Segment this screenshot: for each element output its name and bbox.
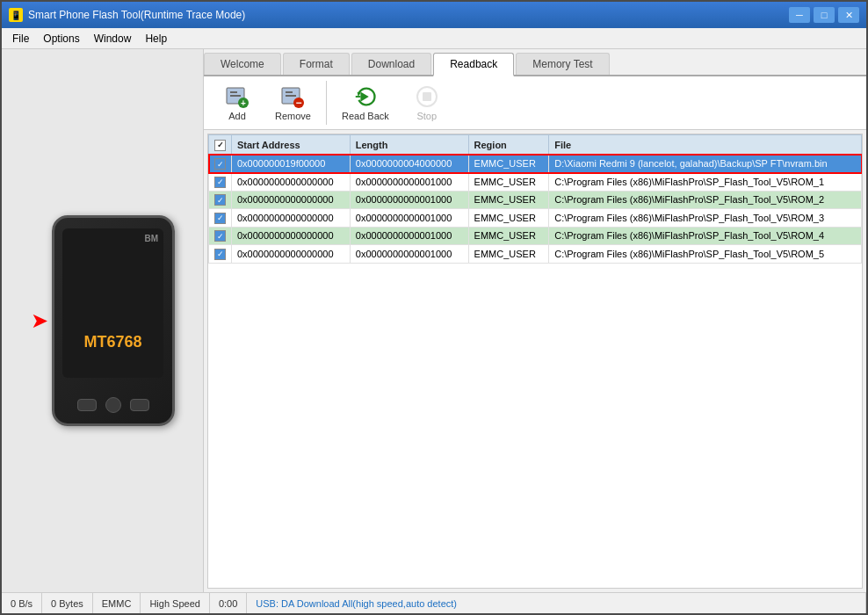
row-length: 0x0000000000001000 — [350, 191, 468, 209]
row-start: 0x0000000000000000 — [232, 227, 351, 245]
row-region: EMMC_USER — [468, 191, 549, 209]
status-speed: 0 B/s — [2, 593, 42, 613]
app-icon: 📱 — [9, 8, 23, 22]
close-button[interactable]: ✕ — [838, 7, 859, 23]
minimize-button[interactable]: ─ — [789, 7, 810, 23]
table-header-row: ✓ Start Address Length Region File — [209, 135, 862, 156]
header-region: Region — [468, 135, 549, 156]
status-usb: USB: DA Download All(high speed,auto det… — [247, 593, 866, 613]
svg-text:−: − — [296, 97, 302, 109]
table-row[interactable]: ✓0x00000000000000000x0000000000001000EMM… — [209, 227, 862, 245]
row-length: 0x0000000000001000 — [350, 245, 468, 264]
row-length: 0x0000000004000000 — [350, 155, 468, 173]
left-panel: ➤ BM MT6768 — [2, 49, 204, 592]
row-file: C:\Program Files (x86)\MiFlashPro\SP_Fla… — [549, 209, 862, 228]
phone-btn-home — [105, 397, 121, 413]
remove-icon: − — [279, 84, 306, 109]
tab-readback[interactable]: Readback — [433, 53, 514, 76]
row-start: 0x0000000000000000 — [232, 191, 351, 209]
row-checkbox[interactable]: ✓ — [214, 230, 226, 242]
menu-file[interactable]: File — [5, 31, 36, 47]
right-panel: Welcome Format Download Readback Memory … — [204, 49, 866, 592]
menu-window[interactable]: Window — [87, 31, 139, 47]
row-file: C:\Program Files (x86)\MiFlashPro\SP_Fla… — [549, 245, 862, 264]
row-checkbox-cell: ✓ — [209, 245, 232, 264]
stop-label: Stop — [416, 111, 437, 121]
arrow-indicator: ➤ — [31, 308, 48, 333]
phone-wrapper: ➤ BM MT6768 — [31, 215, 175, 426]
header-checkbox[interactable]: ✓ — [214, 140, 226, 151]
header-file: File — [549, 135, 862, 156]
readback-icon — [352, 84, 379, 109]
svg-rect-1 — [230, 91, 237, 93]
toolbar: + Add − Remove — [204, 76, 866, 130]
table-row[interactable]: ✓0x00000000000000000x0000000000001000EMM… — [209, 245, 862, 264]
readback-label: Read Back — [342, 111, 389, 121]
row-checkbox-cell: ✓ — [209, 191, 232, 209]
status-bytes: 0 Bytes — [42, 593, 93, 613]
menu-bar: File Options Window Help — [2, 28, 866, 49]
svg-rect-7 — [286, 95, 296, 97]
row-file: C:\Program Files (x86)\MiFlashPro\SP_Fla… — [549, 227, 862, 245]
phone-model: MT6768 — [83, 333, 141, 351]
menu-help[interactable]: Help — [138, 31, 174, 47]
row-region: EMMC_USER — [468, 155, 549, 173]
row-file: C:\Program Files (x86)\MiFlashPro\SP_Fla… — [549, 173, 862, 192]
row-checkbox[interactable]: ✓ — [214, 249, 226, 260]
status-interface: EMMC — [93, 593, 141, 613]
row-checkbox-cell: ✓ — [209, 173, 232, 192]
phone-buttons — [77, 397, 149, 413]
svg-rect-11 — [423, 92, 431, 101]
tab-download[interactable]: Download — [351, 53, 431, 75]
svg-rect-2 — [230, 95, 241, 97]
row-length: 0x0000000000001000 — [350, 209, 468, 228]
phone-btn-left — [77, 399, 97, 411]
row-file: D:\Xiaomi Redmi 9 (lancelot, galahad)\Ba… — [549, 155, 862, 173]
remove-button[interactable]: − Remove — [265, 80, 321, 126]
row-checkbox-cell: ✓ — [209, 155, 232, 173]
header-checkbox-cell: ✓ — [209, 135, 232, 156]
menu-options[interactable]: Options — [36, 31, 86, 47]
title-bar: 📱 Smart Phone Flash Tool(Runtime Trace M… — [2, 2, 866, 28]
row-checkbox-cell: ✓ — [209, 227, 232, 245]
row-checkbox-cell: ✓ — [209, 209, 232, 228]
table-row[interactable]: ✓0x00000000000000000x0000000000001000EMM… — [209, 173, 862, 192]
row-region: EMMC_USER — [468, 227, 549, 245]
add-icon: + — [224, 84, 250, 109]
add-label: Add — [228, 111, 246, 121]
toolbar-separator — [326, 81, 327, 125]
stop-button[interactable]: Stop — [401, 80, 453, 126]
table-row[interactable]: ✓0x000000019f000000x0000000004000000EMMC… — [209, 155, 862, 173]
tabs-bar: Welcome Format Download Readback Memory … — [204, 49, 866, 76]
header-start-address: Start Address — [232, 135, 351, 156]
readback-button[interactable]: Read Back — [332, 80, 399, 126]
row-checkbox[interactable]: ✓ — [214, 177, 226, 188]
phone-brand: BM — [144, 234, 158, 243]
row-checkbox[interactable]: ✓ — [214, 194, 226, 206]
row-start: 0x0000000000000000 — [232, 245, 351, 264]
window-title: Smart Phone Flash Tool(Runtime Trace Mod… — [28, 9, 245, 21]
phone-btn-right — [130, 399, 149, 411]
main-content: ➤ BM MT6768 Welcome Fo — [2, 49, 866, 592]
row-region: EMMC_USER — [468, 209, 549, 228]
row-file: C:\Program Files (x86)\MiFlashPro\SP_Fla… — [549, 191, 862, 209]
row-start: 0x0000000000000000 — [232, 209, 351, 228]
table-body: ✓0x000000019f000000x0000000004000000EMMC… — [209, 155, 862, 263]
maximize-button[interactable]: □ — [814, 7, 835, 23]
tab-welcome[interactable]: Welcome — [204, 53, 281, 75]
add-button[interactable]: + Add — [211, 80, 264, 126]
status-bar: 0 B/s 0 Bytes EMMC High Speed 0:00 USB: … — [2, 592, 866, 613]
row-region: EMMC_USER — [468, 173, 549, 192]
row-length: 0x0000000000001000 — [350, 227, 468, 245]
row-checkbox[interactable]: ✓ — [214, 158, 226, 170]
tab-format[interactable]: Format — [283, 53, 350, 75]
data-table-area: ✓ Start Address Length Region File ✓0x00… — [207, 134, 863, 589]
status-time: 0:00 — [210, 593, 247, 613]
table-row[interactable]: ✓0x00000000000000000x0000000000001000EMM… — [209, 191, 862, 209]
phone-device: BM MT6768 — [52, 215, 175, 426]
svg-rect-6 — [286, 91, 293, 93]
row-start: 0x0000000000000000 — [232, 173, 351, 192]
table-row[interactable]: ✓0x00000000000000000x0000000000001000EMM… — [209, 209, 862, 228]
row-checkbox[interactable]: ✓ — [214, 213, 226, 224]
tab-memory-test[interactable]: Memory Test — [516, 53, 609, 75]
